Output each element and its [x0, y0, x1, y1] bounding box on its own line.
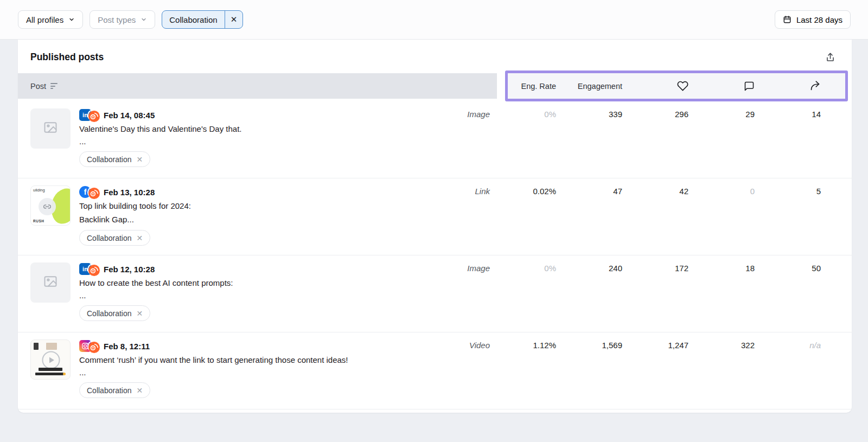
all-profiles-label: All profiles [26, 15, 63, 24]
share-icon[interactable] [809, 80, 821, 92]
shares-value: n/a [809, 339, 821, 350]
post-type: Video [469, 339, 490, 350]
engagement-value: 339 [609, 108, 622, 119]
remove-tag-icon[interactable]: ✕ [137, 155, 143, 164]
post-thumbnail-image-placeholder [30, 262, 71, 303]
export-icon[interactable] [825, 52, 835, 62]
chevron-down-icon [68, 16, 75, 23]
likes-value: 296 [675, 108, 688, 119]
post-text: Comment ‘rush’ if you want the link to s… [79, 354, 411, 366]
collaboration-tag-label: Collaboration [87, 234, 132, 242]
post-thumbnail-video [30, 339, 71, 380]
shares-value: 50 [812, 262, 821, 273]
post-column-label: Post [30, 82, 46, 91]
image-placeholder-icon [43, 274, 58, 291]
comments-value: 322 [741, 339, 755, 350]
post-text: How to create the best AI content prompt… [79, 277, 411, 289]
post-type: Image [467, 262, 490, 273]
engagement-value: 240 [609, 262, 622, 273]
post-datetime: Feb 13, 10:28 [104, 188, 155, 197]
thumbnail-text-top: uilding [33, 188, 45, 193]
date-range-label: Last 28 days [796, 15, 843, 24]
post-thumbnail-image-placeholder [30, 108, 71, 149]
semrush-icon [87, 264, 99, 275]
thumbnail-text-bottom: RUSH [33, 219, 44, 223]
shares-value: 14 [812, 108, 821, 119]
comments-value: 18 [745, 262, 755, 273]
table-header: Post Eng. Rate Engagement [18, 71, 852, 101]
collaboration-filter-chip[interactable]: Collaboration ✕ [162, 10, 243, 29]
collaboration-tag[interactable]: Collaboration ✕ [79, 305, 150, 321]
post-datetime: Feb 8, 12:11 [104, 342, 150, 351]
table-row[interactable]: in Feb 14, 08:45 Valentine's Day this an… [18, 101, 852, 178]
post-column-header[interactable]: Post [18, 82, 58, 91]
shares-value: 5 [816, 185, 821, 196]
semrush-icon [87, 110, 99, 121]
eng-rate-value: 0.02% [533, 185, 556, 196]
post-type: Link [475, 185, 490, 196]
network-icons: in [79, 263, 99, 275]
collaboration-tag-label: Collaboration [87, 155, 132, 164]
likes-value: 42 [679, 185, 688, 196]
post-types-dropdown[interactable]: Post types [90, 10, 155, 29]
remove-tag-icon[interactable]: ✕ [137, 234, 143, 242]
remove-tag-icon[interactable]: ✕ [137, 309, 143, 318]
heart-icon[interactable] [677, 80, 688, 92]
comment-icon[interactable] [744, 81, 755, 92]
comments-value: 29 [745, 108, 755, 119]
eng-rate-value: 0% [544, 262, 556, 273]
semrush-icon [87, 187, 99, 198]
post-thumbnail-link-preview: uilding RUSH [30, 185, 71, 226]
image-placeholder-icon [43, 120, 58, 137]
remove-tag-icon[interactable]: ✕ [137, 386, 143, 395]
engagement-value: 47 [613, 185, 622, 196]
network-icons: in [79, 109, 99, 121]
all-profiles-dropdown[interactable]: All profiles [18, 10, 83, 29]
likes-value: 172 [675, 262, 688, 273]
date-range-button[interactable]: Last 28 days [775, 10, 851, 29]
post-text: Top link building tools for 2024: [79, 200, 411, 212]
remove-filter-button[interactable]: ✕ [225, 11, 243, 28]
collaboration-tag[interactable]: Collaboration ✕ [79, 382, 150, 398]
network-icons [79, 340, 99, 352]
eng-rate-column-header[interactable]: Eng. Rate [521, 82, 557, 91]
eng-rate-value: 1.12% [533, 339, 556, 350]
collaboration-tag[interactable]: Collaboration ✕ [79, 151, 150, 167]
table-row[interactable]: in Feb 12, 10:28 How to create the best … [18, 255, 852, 332]
post-text-ellipsis: ... [79, 290, 411, 301]
engagement-value: 1,569 [602, 339, 622, 350]
post-text-line2: Backlink Gap... [79, 213, 411, 226]
post-types-label: Post types [98, 15, 136, 24]
post-datetime: Feb 12, 10:28 [104, 265, 155, 274]
link-icon [39, 198, 56, 215]
post-type: Image [467, 108, 490, 119]
published-posts-card: Published posts Post Eng. Rate Engagemen… [18, 40, 852, 413]
semrush-icon [87, 341, 99, 352]
eng-rate-value: 0% [544, 108, 556, 119]
calendar-icon [783, 15, 792, 24]
likes-value: 1,247 [668, 339, 688, 350]
post-text-ellipsis: ... [79, 136, 411, 147]
collaboration-tag-label: Collaboration [87, 386, 132, 395]
sort-icon [50, 83, 58, 89]
collaboration-filter-label: Collaboration [162, 11, 224, 28]
post-text-ellipsis: ... [79, 367, 411, 378]
chevron-down-icon [141, 16, 147, 23]
page-title: Published posts [30, 52, 104, 63]
engagement-column-header[interactable]: Engagement [578, 82, 622, 91]
table-row[interactable]: uilding RUSH f Feb 13, 10:28 Top link bu… [18, 178, 852, 255]
comments-value: 0 [750, 185, 755, 196]
table-row[interactable]: Feb 8, 12:11 Comment ‘rush’ if you want … [18, 332, 852, 409]
collaboration-tag[interactable]: Collaboration ✕ [79, 230, 150, 246]
collaboration-tag-label: Collaboration [87, 309, 132, 318]
post-text: Valentine's Day this and Valentine's Day… [79, 123, 411, 135]
post-datetime: Feb 14, 08:45 [104, 111, 155, 120]
filter-toolbar: All profiles Post types Collaboration ✕ [0, 0, 868, 40]
network-icons: f [79, 186, 99, 198]
